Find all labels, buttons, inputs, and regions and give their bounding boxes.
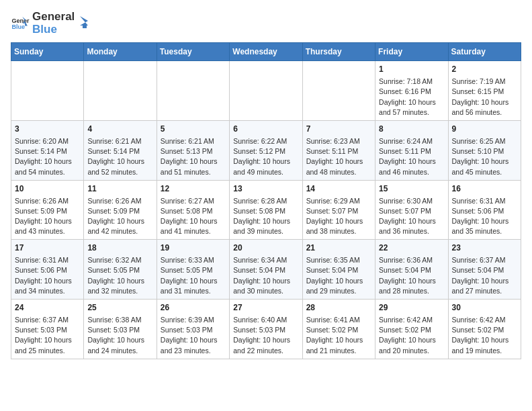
col-header-thursday: Thursday [302,43,375,61]
logo-blue-text: Blue [32,24,75,36]
day-number: 15 [379,183,444,195]
calendar-day-cell: 20Sunrise: 6:34 AMSunset: 5:04 PMDayligh… [230,240,302,300]
day-info: Sunrise: 6:26 AMSunset: 5:09 PMDaylight:… [15,196,80,237]
day-number: 25 [87,302,152,314]
day-number: 21 [306,242,371,254]
day-number: 3 [15,124,80,135]
day-number: 16 [452,183,517,195]
day-number: 28 [306,302,371,314]
day-number: 12 [161,183,226,195]
day-number: 11 [87,183,152,195]
calendar-day-cell: 8Sunrise: 6:24 AMSunset: 5:11 PMDaylight… [375,121,448,181]
day-number: 4 [87,124,152,135]
logo-icon: General Blue [11,14,30,33]
calendar-day-cell: 18Sunrise: 6:32 AMSunset: 5:05 PMDayligh… [84,240,157,300]
day-info: Sunrise: 6:21 AMSunset: 5:14 PMDaylight:… [87,136,152,177]
calendar-week-row: 10Sunrise: 6:26 AMSunset: 5:09 PMDayligh… [11,180,521,240]
day-info: Sunrise: 6:23 AMSunset: 5:11 PMDaylight:… [306,136,371,177]
day-number: 2 [452,64,517,75]
day-number: 30 [452,302,517,314]
day-info: Sunrise: 6:38 AMSunset: 5:03 PMDaylight:… [87,315,152,356]
calendar-day-cell: 12Sunrise: 6:27 AMSunset: 5:08 PMDayligh… [157,180,229,240]
calendar-day-cell: 10Sunrise: 6:26 AMSunset: 5:09 PMDayligh… [11,180,84,240]
day-info: Sunrise: 6:37 AMSunset: 5:03 PMDaylight:… [15,315,80,356]
calendar-day-cell: 5Sunrise: 6:21 AMSunset: 5:13 PMDaylight… [157,121,229,181]
day-number: 29 [379,302,444,314]
calendar-day-cell: 3Sunrise: 6:20 AMSunset: 5:14 PMDaylight… [11,121,84,181]
calendar-day-cell [11,61,84,121]
day-info: Sunrise: 6:42 AMSunset: 5:02 PMDaylight:… [452,315,517,356]
calendar-day-cell: 15Sunrise: 6:30 AMSunset: 5:07 PMDayligh… [375,180,448,240]
calendar-day-cell: 13Sunrise: 6:28 AMSunset: 5:08 PMDayligh… [230,180,302,240]
col-header-monday: Monday [84,43,157,61]
day-info: Sunrise: 6:31 AMSunset: 5:06 PMDaylight:… [452,196,517,237]
day-number: 6 [233,124,298,135]
day-info: Sunrise: 6:22 AMSunset: 5:12 PMDaylight:… [233,136,298,177]
day-number: 20 [233,242,298,254]
day-number: 10 [15,183,80,195]
calendar-day-cell [230,61,302,121]
calendar-day-cell: 1Sunrise: 7:18 AMSunset: 6:16 PMDaylight… [375,61,448,121]
day-number: 22 [379,242,444,254]
calendar-day-cell [157,61,229,121]
day-info: Sunrise: 6:34 AMSunset: 5:04 PMDaylight:… [233,255,298,296]
day-info: Sunrise: 6:40 AMSunset: 5:03 PMDaylight:… [233,315,298,356]
calendar-day-cell: 19Sunrise: 6:33 AMSunset: 5:05 PMDayligh… [157,240,229,300]
svg-text:General: General [11,17,30,24]
day-info: Sunrise: 7:19 AMSunset: 6:15 PMDaylight:… [452,77,517,118]
day-info: Sunrise: 6:27 AMSunset: 5:08 PMDaylight:… [161,196,226,237]
logo: General Blue General Blue [11,11,88,36]
calendar-day-cell: 22Sunrise: 6:36 AMSunset: 5:04 PMDayligh… [375,240,448,300]
svg-text:Blue: Blue [11,24,25,30]
day-info: Sunrise: 7:18 AMSunset: 6:16 PMDaylight:… [379,77,444,118]
calendar-table: SundayMondayTuesdayWednesdayThursdayFrid… [11,42,521,359]
day-info: Sunrise: 6:30 AMSunset: 5:07 PMDaylight:… [379,196,444,237]
calendar-day-cell: 29Sunrise: 6:42 AMSunset: 5:02 PMDayligh… [375,300,448,359]
day-info: Sunrise: 6:21 AMSunset: 5:13 PMDaylight:… [161,136,226,177]
col-header-wednesday: Wednesday [230,43,302,61]
day-number: 14 [306,183,371,195]
calendar-day-cell: 23Sunrise: 6:37 AMSunset: 5:04 PMDayligh… [448,240,521,300]
col-header-saturday: Saturday [448,43,521,61]
svg-marker-3 [80,16,88,28]
calendar-day-cell: 9Sunrise: 6:25 AMSunset: 5:10 PMDaylight… [448,121,521,181]
calendar-day-cell: 30Sunrise: 6:42 AMSunset: 5:02 PMDayligh… [448,300,521,359]
day-number: 13 [233,183,298,195]
day-info: Sunrise: 6:28 AMSunset: 5:08 PMDaylight:… [233,196,298,237]
day-number: 26 [161,302,226,314]
day-info: Sunrise: 6:31 AMSunset: 5:06 PMDaylight:… [15,255,80,296]
calendar-week-row: 3Sunrise: 6:20 AMSunset: 5:14 PMDaylight… [11,121,521,181]
calendar-header-row: SundayMondayTuesdayWednesdayThursdayFrid… [11,43,521,61]
col-header-tuesday: Tuesday [157,43,229,61]
day-info: Sunrise: 6:36 AMSunset: 5:04 PMDaylight:… [379,255,444,296]
col-header-sunday: Sunday [11,43,84,61]
calendar-day-cell: 14Sunrise: 6:29 AMSunset: 5:07 PMDayligh… [302,180,375,240]
day-number: 5 [161,124,226,135]
day-info: Sunrise: 6:37 AMSunset: 5:04 PMDaylight:… [452,255,517,296]
day-info: Sunrise: 6:41 AMSunset: 5:02 PMDaylight:… [306,315,371,356]
calendar-week-row: 17Sunrise: 6:31 AMSunset: 5:06 PMDayligh… [11,240,521,300]
calendar-day-cell [84,61,157,121]
day-number: 27 [233,302,298,314]
calendar-day-cell: 25Sunrise: 6:38 AMSunset: 5:03 PMDayligh… [84,300,157,359]
calendar-day-cell: 11Sunrise: 6:26 AMSunset: 5:09 PMDayligh… [84,180,157,240]
day-number: 24 [15,302,80,314]
logo-general-text: General [32,11,75,24]
day-info: Sunrise: 6:32 AMSunset: 5:05 PMDaylight:… [87,255,152,296]
calendar-week-row: 24Sunrise: 6:37 AMSunset: 5:03 PMDayligh… [11,300,521,359]
calendar-day-cell: 26Sunrise: 6:39 AMSunset: 5:03 PMDayligh… [157,300,229,359]
day-info: Sunrise: 6:29 AMSunset: 5:07 PMDaylight:… [306,196,371,237]
calendar-week-row: 1Sunrise: 7:18 AMSunset: 6:16 PMDaylight… [11,61,521,121]
calendar-day-cell: 16Sunrise: 6:31 AMSunset: 5:06 PMDayligh… [448,180,521,240]
day-info: Sunrise: 6:39 AMSunset: 5:03 PMDaylight:… [161,315,226,356]
header: General Blue General Blue [11,11,521,36]
col-header-friday: Friday [375,43,448,61]
day-info: Sunrise: 6:33 AMSunset: 5:05 PMDaylight:… [161,255,226,296]
day-info: Sunrise: 6:42 AMSunset: 5:02 PMDaylight:… [379,315,444,356]
day-number: 17 [15,242,80,254]
calendar-day-cell: 24Sunrise: 6:37 AMSunset: 5:03 PMDayligh… [11,300,84,359]
calendar-day-cell: 7Sunrise: 6:23 AMSunset: 5:11 PMDaylight… [302,121,375,181]
day-info: Sunrise: 6:35 AMSunset: 5:04 PMDaylight:… [306,255,371,296]
calendar-day-cell: 21Sunrise: 6:35 AMSunset: 5:04 PMDayligh… [302,240,375,300]
day-number: 19 [161,242,226,254]
